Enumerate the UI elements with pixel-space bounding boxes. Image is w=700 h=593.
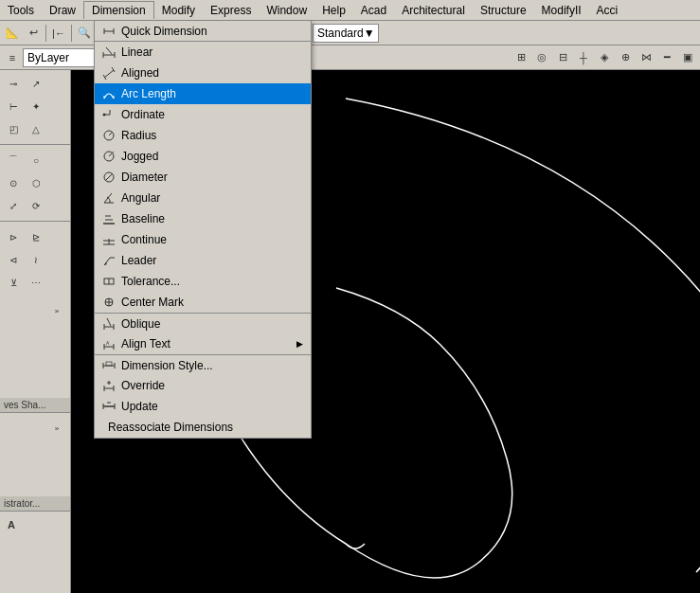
dim-style-icon bbox=[100, 357, 117, 374]
override-icon bbox=[100, 377, 117, 394]
menu-modify[interactable]: Modify bbox=[154, 2, 203, 19]
sb-btn-17[interactable]: ⊻ bbox=[3, 272, 24, 293]
sb-btn-9[interactable]: ⊙ bbox=[3, 172, 24, 193]
ordinate-label: Ordinate bbox=[121, 108, 303, 121]
sb-btn-2[interactable]: ↗ bbox=[26, 73, 46, 94]
sb-btn-11[interactable]: ⤢ bbox=[3, 195, 24, 216]
menu-item-reassociate[interactable]: Reassociate Dimensions bbox=[95, 417, 311, 438]
lweight-btn[interactable]: ━ bbox=[656, 47, 677, 68]
align-text-label: Align Text bbox=[121, 337, 296, 350]
aligned-icon bbox=[100, 64, 117, 81]
ordinate-icon bbox=[100, 106, 117, 123]
left-sidebar: ⊸ ↗ ⊢ ✦ ◰ △ ⌒ ○ ⊙ ⬡ ⤢ ⟳ ⊳ ⊵ ⊲ ≀ ⊻ ⋯ » ve… bbox=[0, 70, 71, 593]
sb-btn-3[interactable]: ⊢ bbox=[3, 96, 24, 117]
menu-item-continue[interactable]: Continue bbox=[95, 229, 311, 250]
center-mark-icon bbox=[100, 294, 117, 311]
model-btn[interactable]: ▣ bbox=[677, 47, 698, 68]
osnap-btn[interactable]: ◎ bbox=[531, 47, 552, 68]
svg-line-16 bbox=[109, 132, 113, 135]
sb-btn-15[interactable]: ⊲ bbox=[3, 249, 24, 270]
svg-line-8 bbox=[103, 75, 106, 80]
toolbar-btn-2[interactable]: ↩ bbox=[23, 23, 44, 44]
update-label: Update bbox=[121, 400, 303, 413]
menu-item-radius[interactable]: Radius bbox=[95, 125, 311, 146]
reassociate-label: Reassociate Dimensions bbox=[108, 421, 303, 434]
polar-btn[interactable]: ◈ bbox=[594, 47, 615, 68]
svg-line-6 bbox=[106, 47, 112, 54]
menu-item-override[interactable]: Override bbox=[95, 375, 311, 396]
menu-item-align-text[interactable]: A Align Text bbox=[95, 333, 311, 354]
sb-btn-7[interactable]: ⌒ bbox=[3, 150, 24, 171]
sb-btn-13[interactable]: ⊳ bbox=[3, 226, 24, 247]
sb-btn-1[interactable]: ⊸ bbox=[3, 73, 24, 94]
panel-label-1: ves Sha... bbox=[0, 398, 70, 413]
svg-point-14 bbox=[103, 114, 106, 117]
collapse-btn-2[interactable]: » bbox=[46, 418, 67, 439]
grid-btn[interactable]: ⊟ bbox=[552, 47, 573, 68]
menu-tools[interactable]: Tools bbox=[0, 2, 42, 19]
quick-dim-icon bbox=[100, 23, 117, 40]
baseline-icon bbox=[100, 210, 117, 227]
dim-style-label: Dimension Style... bbox=[121, 359, 303, 372]
ducs-btn[interactable]: ⋈ bbox=[636, 47, 656, 68]
continue-label: Continue bbox=[121, 233, 303, 246]
menu-item-angular[interactable]: Angular bbox=[95, 188, 311, 208]
aligned-label: Aligned bbox=[121, 66, 303, 80]
menu-item-tolerance[interactable]: Tolerance... bbox=[95, 271, 311, 292]
ortho-btn[interactable]: ┼ bbox=[573, 47, 594, 68]
menu-item-dimension-style[interactable]: Dimension Style... bbox=[95, 354, 311, 375]
leader-label: Leader bbox=[121, 254, 303, 267]
toolbar-btn-3[interactable]: |← bbox=[48, 23, 69, 44]
menu-item-aligned[interactable]: Aligned bbox=[95, 63, 311, 83]
menu-item-center-mark[interactable]: Center Mark bbox=[95, 292, 311, 313]
quick-dim-label: Quick Dimension bbox=[121, 25, 303, 38]
menu-draw[interactable]: Draw bbox=[42, 2, 83, 19]
diameter-label: Diameter bbox=[121, 171, 303, 184]
sb-btn-16[interactable]: ≀ bbox=[26, 249, 46, 270]
panel-label-2: istrator... bbox=[0, 496, 70, 512]
toolbar-btn-zoom[interactable]: 🔍 bbox=[74, 23, 95, 44]
update-icon bbox=[100, 398, 117, 415]
menu-item-ordinate[interactable]: Ordinate bbox=[95, 104, 311, 125]
menu-item-diameter[interactable]: Diameter bbox=[95, 167, 311, 188]
radius-label: Radius bbox=[121, 129, 303, 142]
menu-dimension[interactable]: Dimension bbox=[83, 1, 154, 19]
tolerance-label: Tolerance... bbox=[121, 275, 303, 288]
menu-item-update[interactable]: Update bbox=[95, 396, 311, 417]
menu-item-leader[interactable]: Leader bbox=[95, 250, 311, 271]
layer-btn[interactable]: ≡ bbox=[2, 47, 23, 68]
menu-express[interactable]: Express bbox=[203, 2, 259, 19]
menu-window[interactable]: Window bbox=[259, 2, 314, 19]
menu-item-baseline[interactable]: Baseline bbox=[95, 208, 311, 229]
sb-btn-6[interactable]: △ bbox=[26, 118, 46, 139]
menu-item-linear[interactable]: Linear bbox=[95, 42, 311, 63]
sb-text-btn[interactable]: A bbox=[3, 514, 20, 535]
baseline-label: Baseline bbox=[121, 212, 303, 225]
sb-btn-4[interactable]: ✦ bbox=[26, 96, 46, 117]
menu-architectural[interactable]: Architectural bbox=[394, 2, 473, 19]
sb-btn-10[interactable]: ⬡ bbox=[26, 172, 46, 193]
sb-btn-18[interactable]: ⋯ bbox=[26, 272, 46, 293]
menu-item-quick-dimension[interactable]: Quick Dimension bbox=[95, 21, 311, 42]
svg-line-7 bbox=[104, 70, 114, 78]
menu-modifyII[interactable]: ModifyII bbox=[534, 2, 589, 19]
angular-icon bbox=[100, 189, 117, 207]
standard-dropdown[interactable]: Standard ▼ bbox=[313, 24, 379, 43]
menu-structure[interactable]: Structure bbox=[473, 2, 534, 19]
menu-item-jogged[interactable]: Jogged bbox=[95, 146, 311, 167]
menu-item-arc-length[interactable]: Arc Length bbox=[95, 83, 311, 104]
sb-btn-8[interactable]: ○ bbox=[26, 150, 46, 171]
separator-1 bbox=[45, 25, 46, 42]
sb-btn-5[interactable]: ◰ bbox=[3, 118, 24, 139]
menu-acci[interactable]: Acci bbox=[589, 2, 626, 19]
menu-acad[interactable]: Acad bbox=[353, 2, 394, 19]
snap-btn[interactable]: ⊞ bbox=[511, 47, 531, 68]
diameter-icon bbox=[100, 169, 117, 186]
sb-btn-12[interactable]: ⟳ bbox=[26, 195, 46, 216]
collapse-btn-1[interactable]: » bbox=[46, 300, 67, 321]
otrack-btn[interactable]: ⊕ bbox=[615, 47, 636, 68]
menu-help[interactable]: Help bbox=[314, 2, 353, 19]
sb-btn-14[interactable]: ⊵ bbox=[26, 226, 46, 247]
toolbar-btn-1[interactable]: 📐 bbox=[2, 23, 23, 44]
menu-item-oblique[interactable]: Oblique bbox=[95, 313, 311, 333]
